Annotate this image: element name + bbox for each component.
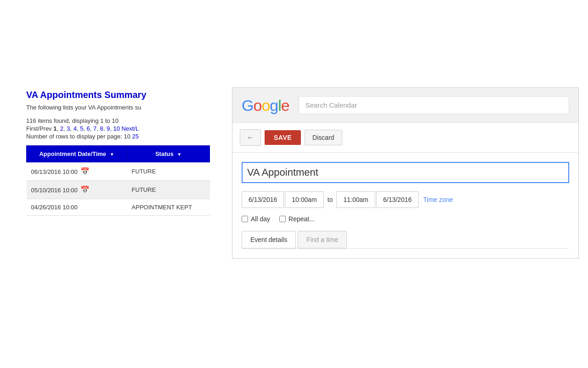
- event-details-tab[interactable]: Event details: [242, 231, 296, 248]
- sort-arrow-status: ▼: [177, 152, 181, 157]
- checkboxes-row: All day Repeat...: [242, 215, 569, 223]
- discard-button[interactable]: Discard: [305, 130, 342, 145]
- calendar-icon[interactable]: 📅: [80, 167, 90, 176]
- gcal-form: 6/13/2016 10:00am to 11:00am 6/13/2016 T…: [232, 153, 578, 258]
- page-8-link[interactable]: 8: [100, 125, 103, 132]
- search-calendar-input[interactable]: [299, 96, 569, 114]
- gcal-header: Google: [232, 88, 578, 123]
- page-5-link[interactable]: 5: [80, 125, 83, 132]
- page-4-link[interactable]: 4: [74, 125, 77, 132]
- rows-info: Number of rows to display per page: 10 2…: [26, 133, 237, 140]
- allday-checkbox-label[interactable]: All day: [242, 215, 270, 223]
- gcal-toolbar: ← SAVE Discard: [232, 123, 578, 153]
- repeat-checkbox[interactable]: [279, 216, 286, 222]
- page-1-bold: 1: [53, 125, 57, 132]
- appointment-date-cell: 04/26/2016 10:00: [27, 199, 127, 216]
- table-row: 06/13/2016 10:00📅FUTURE: [27, 162, 210, 181]
- repeat-checkbox-label[interactable]: Repeat...: [279, 215, 315, 223]
- table-row: 04/26/2016 10:00APPOINTMENT KEPT: [27, 199, 210, 216]
- page-9-link[interactable]: 9: [107, 125, 110, 132]
- start-date-field[interactable]: 6/13/2016: [242, 191, 284, 208]
- col-status-label: Status: [155, 150, 174, 157]
- logo-g: g: [270, 97, 278, 114]
- page-3-link[interactable]: 3: [67, 125, 70, 132]
- next-link[interactable]: Next/L: [122, 125, 139, 132]
- appointment-status-cell: FUTURE: [127, 181, 210, 199]
- end-time-field[interactable]: 11:00am: [336, 191, 375, 208]
- page-2-link[interactable]: 2: [60, 125, 63, 132]
- search-bar[interactable]: [299, 96, 569, 114]
- va-subtitle: The following lists your VA Appointments…: [26, 104, 237, 111]
- left-panel: VA Appointments Summary The following li…: [26, 90, 237, 216]
- google-logo: Google: [242, 98, 289, 113]
- logo-o1: o: [253, 97, 261, 114]
- logo-G: G: [242, 97, 253, 114]
- pagination-row: First/Prev 1, 2, 3, 4, 5, 6, 7, 8, 9, 10…: [26, 125, 237, 132]
- google-calendar-panel: Google ← SAVE Discard 6/13/2016 10:00am …: [232, 87, 579, 259]
- appointment-status-cell: FUTURE: [127, 162, 210, 181]
- timezone-link[interactable]: Time zone: [423, 196, 453, 203]
- appointment-date-cell: 06/13/2016 10:00📅: [27, 162, 127, 181]
- to-separator: to: [324, 196, 337, 203]
- calendar-icon[interactable]: 📅: [80, 185, 90, 194]
- logo-e: e: [281, 97, 289, 114]
- tabs-row: Event details Find a time: [242, 231, 569, 249]
- allday-label: All day: [251, 215, 270, 223]
- allday-checkbox[interactable]: [242, 216, 248, 222]
- sort-arrow-date: ▼: [110, 152, 114, 157]
- rows-25-link[interactable]: 25: [132, 133, 139, 140]
- first-prev-label: First/Prev: [26, 125, 52, 132]
- event-time-row: 6/13/2016 10:00am to 11:00am 6/13/2016 T…: [242, 191, 569, 208]
- save-button[interactable]: SAVE: [265, 130, 301, 145]
- logo-o2: o: [261, 97, 270, 114]
- start-time-field[interactable]: 10:00am: [285, 191, 323, 208]
- page-7-link[interactable]: 7: [93, 125, 96, 132]
- count-text: 116 items found, displaying 1 to 10: [26, 117, 119, 124]
- find-time-tab[interactable]: Find a time: [298, 231, 347, 248]
- end-date-field[interactable]: 6/13/2016: [376, 191, 418, 208]
- page-10-link[interactable]: 10: [113, 125, 119, 132]
- va-title: VA Appointments Summary: [26, 90, 237, 100]
- appointment-status-cell: APPOINTMENT KEPT: [127, 199, 210, 216]
- appointments-table: Appointment Date/Time ▼ Status ▼ 06/13/2…: [26, 145, 210, 216]
- event-title-input[interactable]: [242, 162, 569, 183]
- col-date-label: Appointment Date/Time: [39, 150, 106, 157]
- rows-text: Number of rows to display per page: 10: [26, 133, 130, 140]
- count-info: 116 items found, displaying 1 to 10: [26, 117, 237, 124]
- col-status-header[interactable]: Status ▼: [127, 146, 210, 162]
- col-date-header[interactable]: Appointment Date/Time ▼: [27, 146, 127, 162]
- appointment-date-cell: 05/10/2016 10:00📅: [27, 181, 127, 199]
- repeat-label: Repeat...: [288, 215, 315, 223]
- table-row: 05/10/2016 10:00📅FUTURE: [27, 181, 210, 199]
- page-6-link[interactable]: 6: [87, 125, 90, 132]
- back-button[interactable]: ←: [240, 129, 261, 146]
